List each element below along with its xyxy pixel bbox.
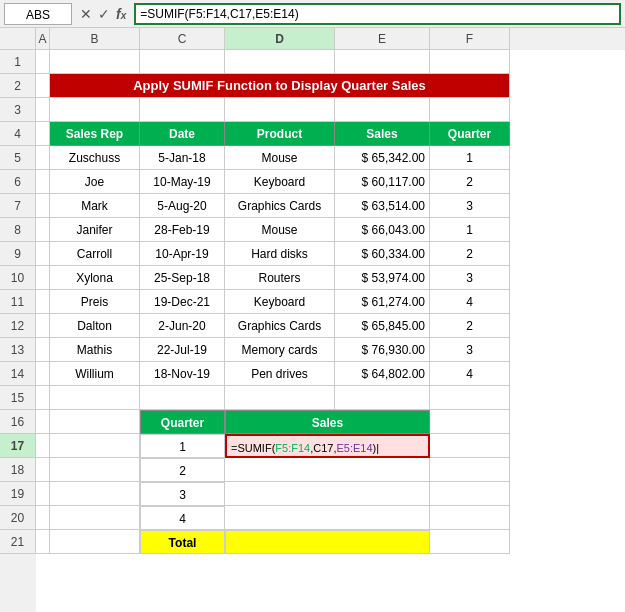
col-header-a[interactable]: A bbox=[36, 28, 50, 50]
cell-d1[interactable] bbox=[225, 50, 335, 74]
cell-a11[interactable] bbox=[36, 290, 50, 314]
cell-a20[interactable] bbox=[36, 506, 50, 530]
cell-a5[interactable] bbox=[36, 146, 50, 170]
cell-e12[interactable]: $ 65,845.00 bbox=[335, 314, 430, 338]
row-10[interactable]: 10 bbox=[0, 266, 36, 290]
row-6[interactable]: 6 bbox=[0, 170, 36, 194]
cell-b7[interactable]: Mark bbox=[50, 194, 140, 218]
cell-f21[interactable] bbox=[430, 530, 510, 554]
cell-b3[interactable] bbox=[50, 98, 140, 122]
row-3[interactable]: 3 bbox=[0, 98, 36, 122]
cell-b19[interactable] bbox=[50, 482, 140, 506]
cell-f13[interactable]: 3 bbox=[430, 338, 510, 362]
row-18[interactable]: 18 bbox=[0, 458, 36, 482]
cell-c6[interactable]: 10-May-19 bbox=[140, 170, 225, 194]
cell-c18-q2[interactable]: 2 bbox=[140, 458, 225, 482]
cell-c3[interactable] bbox=[140, 98, 225, 122]
cell-a13[interactable] bbox=[36, 338, 50, 362]
row-15[interactable]: 15 bbox=[0, 386, 36, 410]
cell-d18[interactable] bbox=[225, 458, 430, 482]
row-2[interactable]: 2 bbox=[0, 74, 36, 98]
header-sales[interactable]: Sales bbox=[335, 122, 430, 146]
row-1[interactable]: 1 bbox=[0, 50, 36, 74]
col-header-e[interactable]: E bbox=[335, 28, 430, 50]
cell-c11[interactable]: 19-Dec-21 bbox=[140, 290, 225, 314]
cell-f5[interactable]: 1 bbox=[430, 146, 510, 170]
cell-c8[interactable]: 28-Feb-19 bbox=[140, 218, 225, 242]
cell-e9[interactable]: $ 60,334.00 bbox=[335, 242, 430, 266]
row-12[interactable]: 12 bbox=[0, 314, 36, 338]
cell-a17[interactable] bbox=[36, 434, 50, 458]
cell-b10[interactable]: Xylona bbox=[50, 266, 140, 290]
cell-b6[interactable]: Joe bbox=[50, 170, 140, 194]
cell-f3[interactable] bbox=[430, 98, 510, 122]
cell-e1[interactable] bbox=[335, 50, 430, 74]
cell-a8[interactable] bbox=[36, 218, 50, 242]
row-16[interactable]: 16 bbox=[0, 410, 36, 434]
row-11[interactable]: 11 bbox=[0, 290, 36, 314]
cell-e5[interactable]: $ 65,342.00 bbox=[335, 146, 430, 170]
cell-f19[interactable] bbox=[430, 482, 510, 506]
cell-c17-q1[interactable]: 1 bbox=[140, 434, 225, 458]
cell-b21[interactable] bbox=[50, 530, 140, 554]
cell-f17[interactable] bbox=[430, 434, 510, 458]
cell-d10[interactable]: Routers bbox=[225, 266, 335, 290]
cell-d17-formula[interactable]: =SUMIF(F5:F14,C17,E5:E14)|← bbox=[225, 434, 430, 458]
row-13[interactable]: 13 bbox=[0, 338, 36, 362]
cell-e14[interactable]: $ 64,802.00 bbox=[335, 362, 430, 386]
cell-f10[interactable]: 3 bbox=[430, 266, 510, 290]
cell-a19[interactable] bbox=[36, 482, 50, 506]
cell-d5[interactable]: Mouse bbox=[225, 146, 335, 170]
cell-a3[interactable] bbox=[36, 98, 50, 122]
cell-e15[interactable] bbox=[335, 386, 430, 410]
row-17[interactable]: 17 bbox=[0, 434, 36, 458]
row-14[interactable]: 14 bbox=[0, 362, 36, 386]
cell-f18[interactable] bbox=[430, 458, 510, 482]
row-7[interactable]: 7 bbox=[0, 194, 36, 218]
header-sales-rep[interactable]: Sales Rep bbox=[50, 122, 140, 146]
cell-d19[interactable] bbox=[225, 482, 430, 506]
cell-c7[interactable]: 5-Aug-20 bbox=[140, 194, 225, 218]
cell-b16[interactable] bbox=[50, 410, 140, 434]
cell-c13[interactable]: 22-Jul-19 bbox=[140, 338, 225, 362]
cell-b9[interactable]: Carroll bbox=[50, 242, 140, 266]
cell-c10[interactable]: 25-Sep-18 bbox=[140, 266, 225, 290]
cell-d7[interactable]: Graphics Cards bbox=[225, 194, 335, 218]
cell-a18[interactable] bbox=[36, 458, 50, 482]
cell-b18[interactable] bbox=[50, 458, 140, 482]
cell-c12[interactable]: 2-Jun-20 bbox=[140, 314, 225, 338]
cell-f15[interactable] bbox=[430, 386, 510, 410]
cell-a16[interactable] bbox=[36, 410, 50, 434]
row-9[interactable]: 9 bbox=[0, 242, 36, 266]
cell-d9[interactable]: Hard disks bbox=[225, 242, 335, 266]
cell-b8[interactable]: Janifer bbox=[50, 218, 140, 242]
cell-c16-quarter-header[interactable]: Quarter bbox=[140, 410, 225, 434]
cell-d20[interactable] bbox=[225, 506, 430, 530]
cell-d11[interactable]: Keyboard bbox=[225, 290, 335, 314]
row-5[interactable]: 5 bbox=[0, 146, 36, 170]
cell-d8[interactable]: Mouse bbox=[225, 218, 335, 242]
cell-b13[interactable]: Mathis bbox=[50, 338, 140, 362]
cell-f1[interactable] bbox=[430, 50, 510, 74]
row-19[interactable]: 19 bbox=[0, 482, 36, 506]
header-date[interactable]: Date bbox=[140, 122, 225, 146]
cell-d3[interactable] bbox=[225, 98, 335, 122]
cell-d15[interactable] bbox=[225, 386, 335, 410]
cell-a2[interactable] bbox=[36, 74, 50, 98]
header-product[interactable]: Product bbox=[225, 122, 335, 146]
row-20[interactable]: 20 bbox=[0, 506, 36, 530]
cell-a6[interactable] bbox=[36, 170, 50, 194]
cell-d14[interactable]: Pen drives bbox=[225, 362, 335, 386]
cell-a7[interactable] bbox=[36, 194, 50, 218]
cell-a9[interactable] bbox=[36, 242, 50, 266]
cell-a1[interactable] bbox=[36, 50, 50, 74]
cell-d16-sales-header[interactable]: Sales bbox=[225, 410, 430, 434]
row-4[interactable]: 4 bbox=[0, 122, 36, 146]
cell-f16[interactable] bbox=[430, 410, 510, 434]
cell-e7[interactable]: $ 63,514.00 bbox=[335, 194, 430, 218]
cell-e3[interactable] bbox=[335, 98, 430, 122]
header-quarter[interactable]: Quarter bbox=[430, 122, 510, 146]
cell-e13[interactable]: $ 76,930.00 bbox=[335, 338, 430, 362]
cell-e10[interactable]: $ 53,974.00 bbox=[335, 266, 430, 290]
cell-e6[interactable]: $ 60,117.00 bbox=[335, 170, 430, 194]
